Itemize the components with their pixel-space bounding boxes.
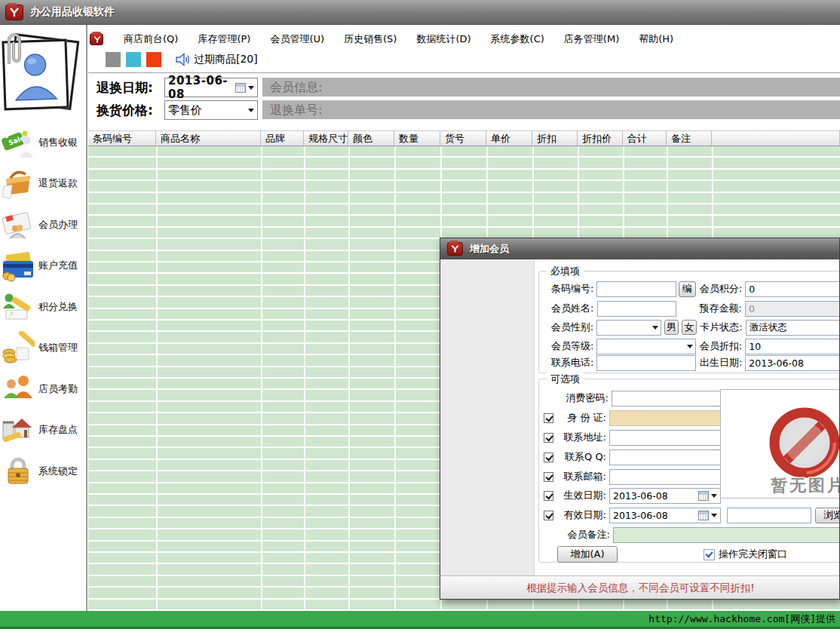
menu-item-store-mgmt[interactable]: 店务管理(M): [554, 30, 629, 48]
status-swatch-gray[interactable]: [106, 52, 121, 67]
sidebar-item-label: 积分兑换: [38, 300, 78, 314]
sidebar-item-inventory[interactable]: 库存盘点: [2, 410, 86, 450]
points-input[interactable]: 0: [745, 281, 840, 297]
calendar-icon: [698, 491, 709, 501]
calendar-icon: [235, 83, 246, 93]
column-header-itemno[interactable]: 货号: [440, 131, 486, 146]
qq-checkbox[interactable]: [544, 453, 553, 462]
menu-item-inventory[interactable]: 库存管理(P): [188, 30, 260, 48]
sidebar-item-label: 退货返款: [38, 176, 78, 190]
member-photo-box: 暂无图片: [720, 389, 840, 499]
column-header-spec[interactable]: 规格尺寸: [304, 131, 348, 146]
menu-item-help[interactable]: 帮助(H): [629, 30, 683, 48]
column-header-remark[interactable]: 备注: [667, 131, 712, 146]
gender-label: 会员性别:: [539, 321, 593, 334]
column-header-price[interactable]: 单价: [486, 131, 532, 146]
expired-goods-label[interactable]: 过期商品[20]: [194, 53, 258, 66]
remark-input[interactable]: [613, 527, 840, 543]
birthday-input[interactable]: 2013-06-08: [745, 355, 840, 371]
end-date-picker[interactable]: 2013-06-08: [609, 508, 721, 523]
member-name-label: 会员姓名:: [539, 302, 594, 315]
footer-credit: http://www.hackhome.com[网侠]提供: [648, 613, 840, 624]
table-gridline: [348, 146, 350, 611]
column-header-discount[interactable]: 折扣: [532, 131, 578, 146]
chevron-down-icon: [248, 86, 254, 90]
menu-item-parameters[interactable]: 系统参数(C): [481, 30, 554, 48]
start-date-picker[interactable]: 2013-06-08: [609, 488, 721, 504]
id-card-checkbox[interactable]: [544, 413, 553, 423]
dialog-titlebar[interactable]: 增加会员: [440, 238, 839, 259]
chevron-down-icon: [248, 109, 254, 112]
optional-group-title: 可选项: [547, 373, 584, 386]
app-logo-icon: [5, 5, 23, 20]
edit-barcode-button[interactable]: 编: [679, 281, 696, 297]
browse-button[interactable]: 浏览: [815, 508, 840, 523]
sidebar-item-returns[interactable]: 退货返款: [2, 164, 86, 203]
email-input[interactable]: [609, 469, 721, 485]
sidebar: Sale 销售收银 退货返款 会员办理: [0, 25, 87, 611]
cashbox-icon: [2, 331, 35, 364]
sidebar-item-attendance[interactable]: 店员考勤: [2, 370, 86, 409]
sidebar-item-cashbox[interactable]: 钱箱管理: [2, 328, 86, 367]
add-member-dialog: 增加会员 必填项 条码编号: 编 会员积分: 0 会员姓名: 预存金额: 0: [440, 238, 840, 600]
barcode-input[interactable]: [596, 281, 676, 297]
sidebar-item-label: 会员办理: [38, 218, 78, 232]
menu-item-storefront[interactable]: 商店前台(Q): [114, 30, 188, 48]
table-gridline: [304, 146, 305, 611]
member-name-input[interactable]: [597, 301, 676, 317]
exchange-price-select[interactable]: 零售价: [164, 100, 258, 120]
female-button[interactable]: 女: [682, 320, 697, 335]
table-gridline: [394, 146, 396, 611]
id-card-input[interactable]: [609, 410, 721, 426]
dialog-logo-icon: [447, 242, 463, 256]
sidebar-item-recharge[interactable]: 账户充值: [2, 246, 86, 285]
add-button[interactable]: 增加(A): [557, 546, 618, 563]
chevron-down-icon: [711, 494, 717, 498]
sidebar-item-points[interactable]: 积分兑换: [2, 287, 86, 327]
close-after-checkbox[interactable]: [704, 549, 715, 560]
card-status-input[interactable]: 激活状态: [746, 320, 840, 336]
menu-item-history[interactable]: 历史销售(S): [334, 30, 406, 48]
address-checkbox[interactable]: [544, 433, 553, 443]
menu-item-members[interactable]: 会员管理(U): [260, 30, 334, 48]
password-input[interactable]: [612, 391, 723, 407]
column-header-discprice[interactable]: 折扣价: [578, 131, 623, 146]
inventory-icon: [2, 413, 35, 446]
return-date-picker[interactable]: 2013-06-08: [164, 78, 258, 97]
gender-select[interactable]: [596, 320, 661, 336]
member-info-label: 会员信息:: [270, 80, 322, 94]
status-swatch-red[interactable]: [146, 52, 161, 67]
address-input[interactable]: [609, 430, 721, 446]
column-header-qty[interactable]: 数量: [394, 131, 440, 146]
male-button[interactable]: 男: [664, 320, 679, 335]
status-swatch-cyan[interactable]: [126, 52, 141, 67]
table-header: 条码编号 商品名称 品牌 规格尺寸 颜色 数量 货号 单价 折扣 折扣价 合计 …: [88, 130, 840, 146]
email-checkbox[interactable]: [544, 472, 553, 482]
return-date-label: 退换日期:: [97, 79, 153, 97]
qq-label: 联系Q Q:: [553, 450, 606, 464]
photo-path-input[interactable]: [727, 508, 811, 523]
id-card-label: 身 份 证:: [553, 411, 606, 425]
phone-input[interactable]: [596, 355, 696, 371]
window-titlebar: 办公用品收银软件: [0, 0, 840, 25]
qq-input[interactable]: [609, 450, 721, 465]
sidebar-item-sales[interactable]: Sale 销售收银: [2, 123, 86, 162]
speaker-icon[interactable]: [174, 51, 191, 68]
menu-item-statistics[interactable]: 数据统计(D): [406, 30, 480, 48]
sidebar-item-lock[interactable]: 系统锁定: [2, 452, 86, 491]
window-title: 办公用品收银软件: [30, 5, 115, 19]
column-header-total[interactable]: 合计: [623, 131, 667, 146]
points-exchange-icon: [2, 290, 35, 324]
member-discount-input[interactable]: 10: [745, 339, 840, 354]
member-level-select[interactable]: [596, 339, 696, 354]
member-discount-label: 会员折扣:: [698, 339, 742, 353]
start-date-checkbox[interactable]: [544, 491, 553, 501]
sidebar-item-membership[interactable]: 会员办理: [2, 205, 86, 244]
end-date-checkbox[interactable]: [544, 511, 553, 520]
status-toolbar: 过期商品[20]: [106, 50, 258, 69]
column-header-product[interactable]: 商品名称: [156, 131, 261, 146]
column-header-barcode[interactable]: 条码编号: [88, 131, 156, 146]
column-header-color[interactable]: 颜色: [348, 131, 394, 146]
column-header-brand[interactable]: 品牌: [261, 131, 304, 146]
table-gridline: [156, 146, 158, 611]
